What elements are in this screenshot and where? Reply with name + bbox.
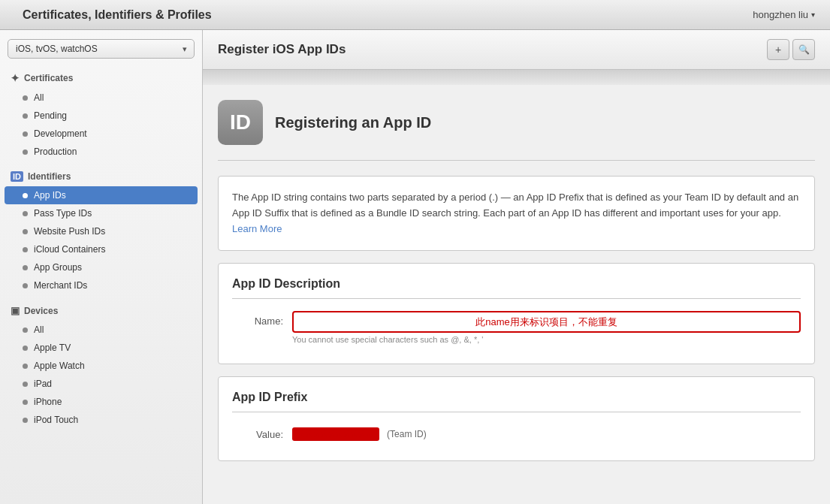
- prefix-value-label: Value:: [232, 424, 292, 440]
- sidebar-item-label: Pending: [34, 110, 67, 121]
- sidebar-item-label: Production: [34, 146, 77, 157]
- dot-icon: [23, 113, 28, 119]
- sidebar-item-app-groups[interactable]: App Groups: [0, 258, 202, 276]
- dot-icon: [23, 364, 28, 369]
- identifiers-label: Identifiers: [28, 171, 71, 182]
- appid-icon: ID: [218, 100, 263, 145]
- prefix-value-wrapper: XXXXXXXXXX (Team ID): [292, 424, 427, 441]
- name-input[interactable]: [292, 311, 801, 333]
- sidebar-item-label: iPod Touch: [34, 415, 78, 425]
- sidebar-item-merchant-ids[interactable]: Merchant IDs: [0, 276, 202, 294]
- username: hongzhen liu: [753, 9, 808, 20]
- appid-icon-text: ID: [230, 110, 251, 134]
- description-text: The App ID string contains two parts sep…: [232, 190, 801, 237]
- name-hint: You cannot use special characters such a…: [292, 335, 801, 344]
- appid-header: ID Registering an App ID: [218, 100, 815, 145]
- devices-icon: ▣: [11, 305, 20, 316]
- dot-icon: [23, 382, 28, 387]
- dot-icon: [23, 211, 28, 216]
- sidebar-item-label: All: [34, 92, 44, 103]
- add-button[interactable]: +: [767, 39, 789, 60]
- sidebar-item-development[interactable]: Development: [0, 125, 202, 143]
- certificates-label: Certificates: [24, 73, 73, 83]
- dot-icon: [23, 400, 28, 405]
- sidebar-item-label: Pass Type IDs: [34, 208, 92, 219]
- dot-icon: [23, 346, 28, 351]
- dot-icon: [23, 265, 28, 270]
- sidebar-item-label: iPhone: [34, 397, 62, 407]
- prefix-form-row: Value: XXXXXXXXXX (Team ID): [232, 424, 801, 441]
- sidebar-item-icloud-containers[interactable]: iCloud Containers: [0, 240, 202, 258]
- dot-icon: [23, 149, 28, 155]
- identifiers-section: ID Identifiers App IDs Pass Type IDs Web…: [0, 167, 202, 294]
- dot-icon: [23, 247, 28, 252]
- prefix-team-id-label: (Team ID): [387, 429, 427, 439]
- content-title: Register iOS App IDs: [218, 42, 346, 57]
- certificates-icon: ✦: [11, 72, 20, 84]
- sidebar-item-label: Merchant IDs: [34, 280, 87, 291]
- content-body: ID Registering an App ID The App ID stri…: [203, 85, 830, 476]
- content-header: Register iOS App IDs + 🔍: [203, 30, 830, 70]
- sidebar-item-ipod-touch[interactable]: iPod Touch: [0, 411, 202, 429]
- dot-icon: [23, 193, 28, 198]
- devices-section: ▣ Devices All Apple TV Apple Watch: [0, 300, 202, 429]
- user-caret-icon: ▾: [811, 11, 815, 19]
- sidebar-item-label: Apple Watch: [34, 361, 85, 371]
- sidebar-item-apple-tv[interactable]: Apple TV: [0, 339, 202, 357]
- learn-more-link[interactable]: Learn More: [232, 223, 282, 234]
- app-id-description-title: App ID Description: [232, 277, 801, 299]
- prefix-redacted-value: XXXXXXXXXX: [292, 427, 379, 441]
- sidebar-item-label: Apple TV: [34, 343, 71, 353]
- sidebar-item-pass-type-ids[interactable]: Pass Type IDs: [0, 204, 202, 222]
- gradient-band: [203, 70, 830, 85]
- app-id-description-section: App ID Description Name: You cannot use …: [218, 263, 815, 364]
- divider: [218, 160, 815, 161]
- dot-icon: [23, 229, 28, 234]
- platform-selector[interactable]: iOS, tvOS, watchOSmacOS: [8, 39, 195, 59]
- sidebar-item-app-ids[interactable]: App IDs: [5, 186, 198, 204]
- app-title: Certificates, Identifiers & Profiles: [23, 8, 212, 22]
- sidebar-item-label: iPad: [34, 379, 52, 389]
- search-button[interactable]: 🔍: [792, 39, 815, 60]
- sidebar-item-label: Website Push IDs: [34, 226, 105, 237]
- dot-icon: [23, 327, 28, 333]
- dot-icon: [23, 283, 28, 288]
- sidebar-item-all-certs[interactable]: All: [0, 89, 202, 107]
- app-id-prefix-title: App ID Prefix: [232, 391, 801, 412]
- devices-label: Devices: [24, 306, 58, 316]
- platform-dropdown[interactable]: iOS, tvOS, watchOSmacOS: [8, 39, 195, 59]
- dot-icon: [23, 131, 28, 137]
- certificates-section: ✦ Certificates All Pending Development: [0, 68, 202, 161]
- sidebar-item-label: Development: [34, 128, 87, 139]
- identifiers-icon: ID: [11, 171, 23, 182]
- sidebar-item-iphone[interactable]: iPhone: [0, 393, 202, 411]
- sidebar-item-ipad[interactable]: iPad: [0, 375, 202, 393]
- app-id-prefix-section: App ID Prefix Value: XXXXXXXXXX (Team ID…: [218, 376, 815, 461]
- dot-icon: [23, 95, 28, 101]
- sidebar: iOS, tvOS, watchOSmacOS ✦ Certificates A…: [0, 30, 203, 504]
- sidebar-item-pending[interactable]: Pending: [0, 107, 202, 125]
- sidebar-item-label: App Groups: [34, 262, 82, 273]
- name-form-row: Name: You cannot use special characters …: [232, 311, 801, 344]
- sidebar-item-production[interactable]: Production: [0, 143, 202, 161]
- sidebar-item-label: iCloud Containers: [34, 244, 105, 255]
- sidebar-item-website-push-ids[interactable]: Website Push IDs: [0, 222, 202, 240]
- main-content: Register iOS App IDs + 🔍 ID Registering …: [203, 30, 830, 504]
- user-menu[interactable]: hongzhen liu ▾: [753, 9, 815, 20]
- content-actions: + 🔍: [767, 39, 815, 60]
- description-section: The App ID string contains two parts sep…: [218, 176, 815, 251]
- sidebar-item-all-devices[interactable]: All: [0, 321, 202, 339]
- appid-heading: Registering an App ID: [275, 114, 431, 131]
- name-input-wrapper: You cannot use special characters such a…: [292, 311, 801, 344]
- sidebar-item-apple-watch[interactable]: Apple Watch: [0, 357, 202, 375]
- name-label: Name:: [232, 311, 292, 327]
- dot-icon: [23, 418, 28, 423]
- sidebar-item-label: All: [34, 324, 44, 335]
- sidebar-item-label: App IDs: [34, 190, 66, 201]
